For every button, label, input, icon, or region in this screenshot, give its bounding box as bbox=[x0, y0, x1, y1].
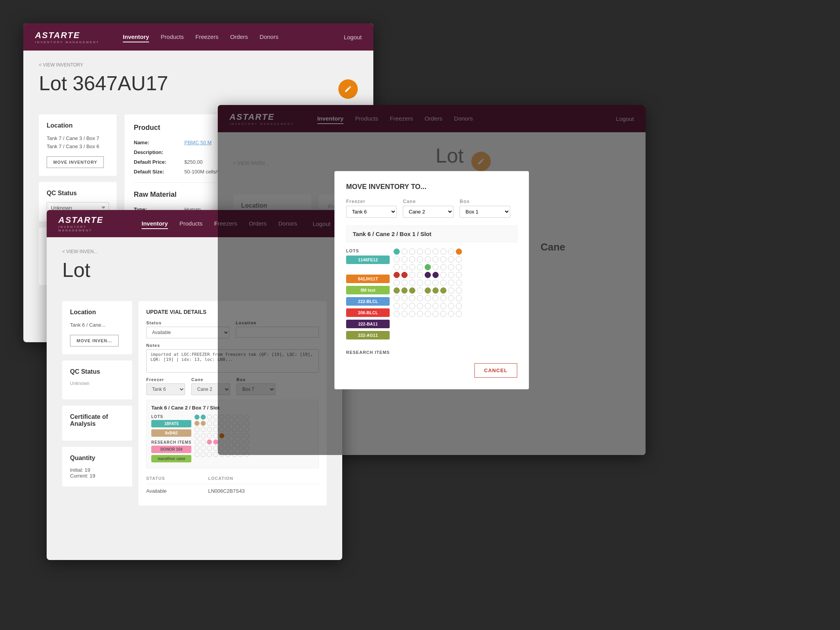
slot-dot[interactable] bbox=[401, 303, 408, 309]
slot-dot[interactable] bbox=[401, 272, 408, 278]
slot-dot[interactable] bbox=[394, 248, 400, 255]
slot-dot[interactable] bbox=[401, 280, 408, 286]
freezer-select[interactable]: Tank 6 bbox=[346, 206, 397, 218]
slot-dot[interactable] bbox=[448, 280, 454, 286]
slot-dot[interactable] bbox=[425, 303, 431, 309]
slot-dot[interactable] bbox=[401, 256, 408, 262]
modal-cancel-button[interactable]: CANCEL bbox=[474, 363, 517, 378]
mini-slot-dot[interactable] bbox=[194, 415, 200, 420]
mini-slot-dot[interactable] bbox=[194, 452, 200, 457]
slot-dot[interactable] bbox=[425, 272, 431, 278]
move-inventory-button[interactable]: MOVE INVENTORY bbox=[47, 156, 104, 168]
slot-dot[interactable] bbox=[394, 256, 400, 262]
slot-dot[interactable] bbox=[432, 248, 439, 255]
slot-dot[interactable] bbox=[456, 303, 462, 309]
slot-dot[interactable] bbox=[432, 303, 439, 309]
mini-slot-dot[interactable] bbox=[207, 415, 212, 420]
slot-dot[interactable] bbox=[440, 311, 446, 317]
nav-products-3[interactable]: Products bbox=[180, 219, 203, 229]
box-select[interactable]: Box 1 bbox=[460, 206, 510, 218]
nav-orders[interactable]: Orders bbox=[230, 32, 248, 42]
slot-dot[interactable] bbox=[409, 280, 415, 286]
slot-dot[interactable] bbox=[448, 248, 454, 255]
slot-dot[interactable] bbox=[440, 264, 446, 270]
slot-dot[interactable] bbox=[425, 256, 431, 262]
slot-dot[interactable] bbox=[432, 264, 439, 270]
nav-donors[interactable]: Donors bbox=[260, 32, 278, 42]
mini-slot-dot[interactable] bbox=[201, 452, 206, 457]
slot-dot[interactable] bbox=[440, 303, 446, 309]
slot-dot[interactable] bbox=[456, 280, 462, 286]
mini-slot-dot[interactable] bbox=[201, 415, 206, 420]
slot-dot[interactable] bbox=[432, 311, 439, 317]
slot-dot[interactable] bbox=[425, 280, 431, 286]
slot-dot[interactable] bbox=[417, 256, 423, 262]
slot-dot[interactable] bbox=[456, 264, 462, 270]
slot-dot[interactable] bbox=[401, 248, 408, 255]
slot-dot[interactable] bbox=[456, 256, 462, 262]
slot-dot[interactable] bbox=[440, 295, 446, 301]
status-select[interactable]: Available bbox=[146, 327, 229, 338]
mini-slot-dot[interactable] bbox=[194, 446, 200, 451]
slot-dot[interactable] bbox=[394, 280, 400, 286]
slot-dot[interactable] bbox=[394, 264, 400, 270]
slot-dot[interactable] bbox=[394, 311, 400, 317]
slot-dot[interactable] bbox=[409, 303, 415, 309]
slot-dot[interactable] bbox=[417, 248, 423, 255]
slot-dot[interactable] bbox=[394, 272, 400, 278]
slot-dot[interactable] bbox=[417, 303, 423, 309]
freezer-select-3[interactable]: Tank 6 bbox=[146, 383, 185, 395]
slot-dot[interactable] bbox=[394, 287, 400, 294]
slot-dot[interactable] bbox=[448, 295, 454, 301]
slot-dot[interactable] bbox=[409, 295, 415, 301]
mini-slot-dot[interactable] bbox=[201, 439, 206, 444]
slot-dot[interactable] bbox=[425, 295, 431, 301]
mini-slot-dot[interactable] bbox=[207, 446, 212, 451]
slot-dot[interactable] bbox=[448, 303, 454, 309]
mini-slot-dot[interactable] bbox=[207, 421, 212, 426]
nav-products[interactable]: Products bbox=[161, 32, 184, 42]
slot-dot[interactable] bbox=[409, 311, 415, 317]
slot-dot[interactable] bbox=[409, 287, 415, 294]
slot-dot[interactable] bbox=[417, 311, 423, 317]
slot-dot[interactable] bbox=[440, 248, 446, 255]
breadcrumb-1[interactable]: < VIEW INVENTORY bbox=[39, 62, 358, 68]
nav-inventory-3[interactable]: Inventory bbox=[142, 219, 168, 229]
mini-slot-dot[interactable] bbox=[201, 446, 206, 451]
mini-slot-dot[interactable] bbox=[207, 452, 212, 457]
slot-dot[interactable] bbox=[456, 248, 462, 255]
slot-dot[interactable] bbox=[440, 280, 446, 286]
product-name-value[interactable]: PBMC 50 M bbox=[184, 140, 212, 145]
slot-dot[interactable] bbox=[456, 272, 462, 278]
slot-dot[interactable] bbox=[394, 303, 400, 309]
nav-freezers[interactable]: Freezers bbox=[196, 32, 219, 42]
slot-dot[interactable] bbox=[417, 287, 423, 294]
mini-slot-dot[interactable] bbox=[201, 427, 206, 432]
slot-dot[interactable] bbox=[409, 264, 415, 270]
slot-dot[interactable] bbox=[409, 248, 415, 255]
slot-dot[interactable] bbox=[448, 256, 454, 262]
slot-dot[interactable] bbox=[417, 264, 423, 270]
slot-dot[interactable] bbox=[425, 264, 431, 270]
slot-dot[interactable] bbox=[448, 287, 454, 294]
nav-inventory[interactable]: Inventory bbox=[123, 32, 149, 42]
slot-dot[interactable] bbox=[394, 295, 400, 301]
mini-slot-dot[interactable] bbox=[207, 433, 212, 438]
slot-dot[interactable] bbox=[440, 272, 446, 278]
mini-slot-dot[interactable] bbox=[207, 439, 212, 444]
cane-select[interactable]: Cane 2 bbox=[403, 206, 453, 218]
slot-dot[interactable] bbox=[432, 280, 439, 286]
slot-dot[interactable] bbox=[401, 295, 408, 301]
slot-dot[interactable] bbox=[417, 280, 423, 286]
slot-dot[interactable] bbox=[432, 295, 439, 301]
slot-dot[interactable] bbox=[401, 264, 408, 270]
logout-link[interactable]: Logout bbox=[344, 34, 362, 40]
slot-dot[interactable] bbox=[432, 287, 439, 294]
slot-dot[interactable] bbox=[425, 248, 431, 255]
slot-dot[interactable] bbox=[417, 272, 423, 278]
slot-dot[interactable] bbox=[409, 256, 415, 262]
slot-dot[interactable] bbox=[401, 287, 408, 294]
slot-dot[interactable] bbox=[432, 256, 439, 262]
slot-dot[interactable] bbox=[448, 272, 454, 278]
slot-dot[interactable] bbox=[456, 295, 462, 301]
